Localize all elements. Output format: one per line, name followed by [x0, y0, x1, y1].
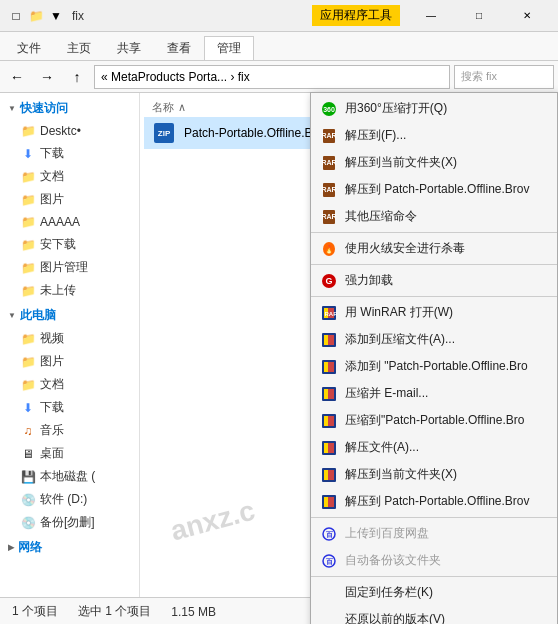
sidebar-section-thispc: ▼ 此电脑 📁 视频 📁 图片 📁 文档 ⬇ 下载 ♫ 音乐: [0, 304, 139, 534]
svg-text:RAR: RAR: [321, 132, 336, 139]
sidebar-item-label: 桌面: [40, 445, 64, 462]
sidebar-item-download[interactable]: ⬇ 下载: [0, 142, 139, 165]
ctx-item-restore-version[interactable]: 还原以前的版本(V): [311, 606, 557, 624]
sidebar-item-label: 视频: [40, 330, 64, 347]
forward-button[interactable]: →: [34, 65, 60, 89]
ctx-item-force-uninstall[interactable]: G 强力卸载: [311, 267, 557, 294]
ctx-label: 压缩到"Patch-Portable.Offline.Bro: [345, 412, 541, 429]
winrar-icon: [319, 332, 339, 348]
context-menu: 360 用360°压缩打开(Q) RAR 解压到(F)... RAR 解压到当前…: [310, 92, 558, 624]
file-icon: ZIP: [152, 121, 176, 145]
svg-rect-40: [328, 497, 334, 507]
ctx-label: 用360°压缩打开(Q): [345, 100, 541, 117]
tab-home[interactable]: 主页: [54, 36, 104, 60]
svg-rect-31: [328, 416, 334, 426]
ctx-item-extract-f[interactable]: RAR 解压到(F)...: [311, 122, 557, 149]
separator: [311, 576, 557, 577]
sidebar-item-pics[interactable]: 📁 图片: [0, 188, 139, 211]
sidebar-header-network[interactable]: ▶ 网络: [0, 536, 139, 559]
svg-rect-36: [324, 470, 328, 480]
sidebar-item-music[interactable]: ♫ 音乐: [0, 419, 139, 442]
svg-text:RAR: RAR: [325, 311, 338, 317]
search-box[interactable]: 搜索 fix: [454, 65, 554, 89]
svg-text:ZIP: ZIP: [158, 129, 171, 138]
ctx-label: 使用火绒安全进行杀毒: [345, 240, 541, 257]
sidebar-item-picmgr[interactable]: 📁 图片管理: [0, 256, 139, 279]
sidebar-header-quickaccess[interactable]: ▼ 快速访问: [0, 97, 139, 120]
title-controls: — □ ✕: [408, 0, 550, 32]
sidebar-item-taskbar[interactable]: 🖥 桌面: [0, 442, 139, 465]
sidebar-item-notuploaded[interactable]: 📁 未上传: [0, 279, 139, 302]
sidebar-item-localdisk[interactable]: 💾 本地磁盘 (: [0, 465, 139, 488]
ctx-item-fire[interactable]: 🔥 使用火绒安全进行杀毒: [311, 235, 557, 262]
svg-rect-39: [324, 497, 328, 507]
back-button[interactable]: ←: [4, 65, 30, 89]
tab-share[interactable]: 共享: [104, 36, 154, 60]
sidebar-item-downloads2[interactable]: ⬇ 下载: [0, 396, 139, 419]
sidebar-section-network: ▶ 网络: [0, 536, 139, 559]
sidebar-item-label: 图片: [40, 191, 64, 208]
ctx-item-wr-extract-patch[interactable]: 解压到 Patch-Portable.Offline.Brov: [311, 488, 557, 515]
drive-icon: 💿: [20, 515, 36, 531]
quickaccess-label: 快速访问: [20, 100, 68, 117]
ctx-item-extract-here[interactable]: RAR 解压到当前文件夹(X): [311, 149, 557, 176]
app-tools-tab[interactable]: 应用程序工具: [312, 5, 400, 26]
ctx-item-add-archive[interactable]: 添加到压缩文件(A)...: [311, 326, 557, 353]
header-name: 名称: [152, 100, 174, 115]
ctx-label: 用 WinRAR 打开(W): [345, 304, 541, 321]
rar-icon: RAR: [319, 155, 339, 171]
thispc-arrow: ▼: [8, 311, 16, 320]
plain-icon: [319, 585, 339, 601]
sidebar-item-desktop[interactable]: 📁 Desktc•: [0, 120, 139, 142]
ctx-label: 解压到当前文件夹(X): [345, 466, 541, 483]
ctx-item-add-patch[interactable]: 添加到 "Patch-Portable.Offline.Bro: [311, 353, 557, 380]
ctx-item-pin-taskbar[interactable]: 固定到任务栏(K): [311, 579, 557, 606]
svg-text:G: G: [325, 276, 332, 286]
ctx-label: 强力卸载: [345, 272, 541, 289]
sidebar-item-aaaaa[interactable]: 📁 AAAAA: [0, 211, 139, 233]
tab-file[interactable]: 文件: [4, 36, 54, 60]
sidebar-item-video[interactable]: 📁 视频: [0, 327, 139, 350]
svg-rect-21: [324, 335, 328, 345]
folder-icon: 📁: [20, 283, 36, 299]
svg-text:百: 百: [326, 531, 334, 538]
tab-view[interactable]: 查看: [154, 36, 204, 60]
sidebar-header-thispc[interactable]: ▼ 此电脑: [0, 304, 139, 327]
sidebar-item-label: 安下载: [40, 236, 76, 253]
sidebar-item-pictures[interactable]: 📁 图片: [0, 350, 139, 373]
separator: [311, 232, 557, 233]
address-path[interactable]: « MetaProducts Porta... › fix: [94, 65, 450, 89]
sidebar-item-docs[interactable]: 📁 文档: [0, 165, 139, 188]
sidebar-item-backup[interactable]: 💿 备份[勿删]: [0, 511, 139, 534]
sidebar-item-documents[interactable]: 📁 文档: [0, 373, 139, 396]
tab-manage[interactable]: 管理: [204, 36, 254, 60]
svg-text:360: 360: [323, 106, 335, 113]
up-button[interactable]: ↑: [64, 65, 90, 89]
minimize-button[interactable]: —: [408, 0, 454, 32]
sidebar-item-label: 图片管理: [40, 259, 88, 276]
sidebar-item-anzaiload[interactable]: 📁 安下载: [0, 233, 139, 256]
ctx-item-wr-extract-here[interactable]: 解压到当前文件夹(X): [311, 461, 557, 488]
window-icon-doc: □: [8, 8, 24, 24]
ctx-item-other-compress[interactable]: RAR 其他压缩命令: [311, 203, 557, 230]
svg-rect-28: [328, 389, 334, 399]
ctx-item-winrar-open[interactable]: RAR 用 WinRAR 打开(W): [311, 299, 557, 326]
close-button[interactable]: ✕: [504, 0, 550, 32]
ctx-item-zip-email[interactable]: 压缩并 E-mail...: [311, 380, 557, 407]
ctx-label: 添加到压缩文件(A)...: [345, 331, 541, 348]
svg-rect-34: [328, 443, 334, 453]
maximize-button[interactable]: □: [456, 0, 502, 32]
desktop-icon: 🖥: [20, 446, 36, 462]
ctx-item-zip-to-patch[interactable]: 压缩到"Patch-Portable.Offline.Bro: [311, 407, 557, 434]
svg-text:RAR: RAR: [321, 213, 336, 220]
ctx-label: 固定到任务栏(K): [345, 584, 541, 601]
sidebar-item-drived[interactable]: 💿 软件 (D:): [0, 488, 139, 511]
item-count: 1 个项目: [12, 603, 58, 620]
winrar-icon: RAR: [319, 305, 339, 321]
ctx-item-extract-patch[interactable]: RAR 解压到 Patch-Portable.Offline.Brov: [311, 176, 557, 203]
network-arrow: ▶: [8, 543, 14, 552]
sidebar-item-label: 下载: [40, 145, 64, 162]
ctx-item-extract-a[interactable]: 解压文件(A)...: [311, 434, 557, 461]
search-placeholder: 搜索 fix: [461, 69, 497, 84]
ctx-item-360open[interactable]: 360 用360°压缩打开(Q): [311, 95, 557, 122]
